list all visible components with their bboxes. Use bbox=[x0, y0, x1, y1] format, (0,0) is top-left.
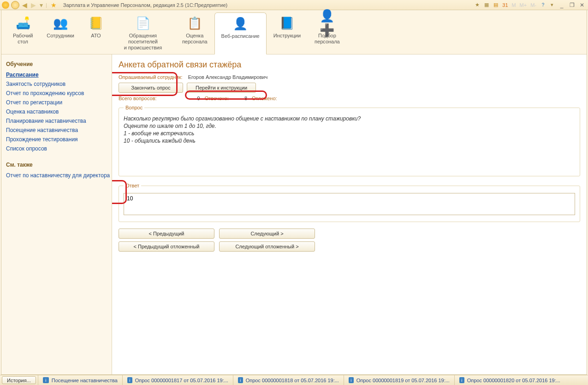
section-item-5[interactable]: 👤Веб-расписание bbox=[214, 12, 267, 54]
restore-button[interactable]: ❐ bbox=[568, 1, 576, 9]
stats-total-value: 9 bbox=[196, 96, 202, 101]
question-fieldset: Вопрос Насколько регулярно было организо… bbox=[119, 105, 580, 176]
help-icon[interactable]: ？ bbox=[539, 1, 546, 9]
section-label: Сотрудники bbox=[47, 33, 74, 39]
next-button[interactable]: Следующий > bbox=[219, 229, 315, 239]
section-icon: 📒 bbox=[88, 15, 104, 31]
sidebar-group-title-1: Обучение bbox=[6, 61, 112, 67]
status-tab[interactable]: iОпрос 00000001819 от 05.07.2016 19:... bbox=[344, 375, 454, 385]
sidebar-item[interactable]: Посещение наставничества bbox=[5, 126, 112, 135]
section-icon: 👤➕ bbox=[319, 15, 335, 31]
info-icon: i bbox=[459, 377, 464, 383]
prev-deferred-button[interactable]: < Предыдущий отложенный bbox=[119, 241, 214, 252]
section-icon: 📘 bbox=[279, 15, 295, 31]
nav-dropdown-icon[interactable]: ▾ bbox=[39, 1, 44, 9]
nav-forward-icon[interactable]: ▶ bbox=[30, 1, 37, 9]
sidebar-item[interactable]: Планирование наставничества bbox=[5, 116, 112, 126]
minimize-button[interactable]: _ bbox=[558, 1, 566, 9]
section-icon: 📄 bbox=[135, 15, 151, 31]
section-icon: 👤 bbox=[232, 16, 248, 31]
section-item-6[interactable]: 📘Инструкции bbox=[267, 12, 308, 54]
info-icon: i bbox=[43, 377, 49, 383]
info-icon: i bbox=[238, 377, 243, 383]
section-item-1[interactable]: 👥Сотрудники bbox=[40, 12, 81, 54]
m-plus-icon[interactable]: M+ bbox=[519, 2, 528, 8]
main-content: Анкета обратной связи стажёра Опрашиваем… bbox=[112, 54, 587, 374]
section-item-0[interactable]: 🛋️Рабочий стол bbox=[6, 12, 40, 54]
employee-value: Егоров Александр Владимирович bbox=[188, 74, 268, 80]
stats-total-label: Всего вопросов: bbox=[119, 96, 157, 101]
prev-button[interactable]: < Предыдущий bbox=[119, 229, 214, 239]
section-icon: 🛋️ bbox=[15, 15, 31, 31]
finish-survey-button[interactable]: Закончить опрос bbox=[119, 83, 183, 93]
page-title: Анкета обратной связи стажёра bbox=[119, 60, 580, 70]
app-menu-button[interactable] bbox=[11, 1, 19, 9]
sidebar-item[interactable]: Список опросов bbox=[5, 144, 112, 153]
close-button[interactable]: ✕ bbox=[578, 1, 586, 9]
section-label: Рабочий стол bbox=[13, 33, 33, 45]
stats-answered-value: 8 bbox=[232, 96, 249, 101]
answer-legend: Ответ bbox=[124, 183, 141, 188]
stats-line: Всего вопросов: 9 Отвечено: 8 Отложено: bbox=[119, 96, 580, 101]
status-tab-label: Опрос 00000001820 от 05.07.2016 19:... bbox=[467, 378, 560, 383]
answer-input[interactable] bbox=[124, 193, 575, 215]
info-icon: i bbox=[349, 377, 354, 383]
app-icon bbox=[2, 1, 9, 9]
sidebar-item[interactable]: Оценка наставников bbox=[5, 107, 112, 116]
sidebar-item[interactable]: Отчет по прохождению курсов bbox=[5, 89, 112, 98]
info-icon: i bbox=[127, 377, 132, 383]
tool-icon-1[interactable]: ▦ bbox=[483, 1, 490, 9]
status-tab-label: Опрос 00000001818 от 05.07.2016 19:... bbox=[246, 378, 339, 383]
section-label: Инструкции bbox=[273, 33, 301, 39]
stats-answered-label: Отвечено: bbox=[205, 96, 229, 101]
goto-instruction-button[interactable]: Перейти к инструкции bbox=[187, 83, 256, 93]
question-body: Насколько регулярно было организованно о… bbox=[124, 115, 575, 170]
favorite-icon[interactable]: ★ bbox=[49, 1, 59, 9]
section-label: Веб-расписание bbox=[221, 33, 260, 39]
status-tab-label: Опрос 00000001819 от 05.07.2016 19:... bbox=[356, 378, 450, 383]
sidebar-item[interactable]: Отчет по регистрации bbox=[5, 98, 112, 107]
section-item-7[interactable]: 👤➕Подбор персонала bbox=[308, 12, 347, 54]
section-icon: 📋 bbox=[187, 15, 202, 31]
status-tab[interactable]: iПосещение наставничества bbox=[38, 375, 122, 385]
m-minus-icon[interactable]: M bbox=[511, 2, 517, 8]
section-label: Подбор персонала bbox=[315, 33, 340, 45]
status-bar: История... iПосещение наставничестваiОпр… bbox=[0, 375, 588, 385]
status-tab[interactable]: iОпрос 00000001817 от 05.07.2016 19:... bbox=[122, 375, 233, 385]
section-label: АТО bbox=[91, 33, 101, 39]
sidebar-item[interactable]: Занятость сотрудников bbox=[5, 79, 112, 89]
question-legend: Вопрос bbox=[124, 105, 144, 110]
section-item-2[interactable]: 📒АТО bbox=[81, 12, 111, 54]
title-bar: ◀ ▶ ▾ | ★ Зарплата и Управление Персонал… bbox=[0, 0, 588, 10]
nav-back-icon[interactable]: ◀ bbox=[21, 1, 28, 9]
status-tab-label: Посещение наставничества bbox=[52, 378, 118, 383]
section-icon: 👥 bbox=[53, 15, 68, 31]
calc-icon[interactable]: ▤ bbox=[492, 1, 499, 9]
section-item-4[interactable]: 📋Оценка персонала bbox=[175, 12, 214, 54]
dropdown-icon[interactable]: ▾ bbox=[548, 1, 556, 9]
m-minus2-icon[interactable]: M- bbox=[529, 2, 537, 8]
status-tab[interactable]: iОпрос 00000001820 от 05.07.2016 19:... bbox=[454, 375, 565, 385]
sidebar-item[interactable]: Прохождение тестирования bbox=[5, 135, 112, 144]
history-button[interactable]: История... bbox=[2, 376, 36, 384]
status-tab[interactable]: iОпрос 00000001818 от 05.07.2016 19:... bbox=[233, 375, 344, 385]
stats-deferred-label: Отложено: bbox=[252, 96, 277, 101]
status-tab-label: Опрос 00000001817 от 05.07.2016 19:... bbox=[135, 378, 228, 383]
section-label: Оценка персонала bbox=[182, 33, 208, 45]
fav-add-icon[interactable]: ★ bbox=[474, 1, 481, 9]
sidebar-item[interactable]: Отчет по наставничеству для директора bbox=[5, 171, 112, 180]
window-title: Зарплата и Управление Персоналом, редакц… bbox=[63, 2, 227, 8]
sidebar-group-title-2: См. также bbox=[6, 162, 112, 168]
sidebar: Обучение РасписаниеЗанятость сотрудников… bbox=[1, 54, 112, 374]
calendar-icon[interactable]: 31 bbox=[501, 1, 509, 9]
next-deferred-button[interactable]: Следующий отложенный > bbox=[219, 241, 315, 252]
employee-label: Опрашиваемый сотрудник: bbox=[119, 74, 183, 80]
section-label: Обращения посетителей и происшествия bbox=[118, 33, 168, 51]
sidebar-item[interactable]: Расписание bbox=[5, 70, 112, 79]
answer-fieldset: Ответ bbox=[119, 183, 580, 222]
section-toolbar: 🛋️Рабочий стол👥Сотрудники📒АТО📄Обращения … bbox=[1, 10, 587, 54]
section-item-3[interactable]: 📄Обращения посетителей и происшествия bbox=[111, 12, 175, 54]
